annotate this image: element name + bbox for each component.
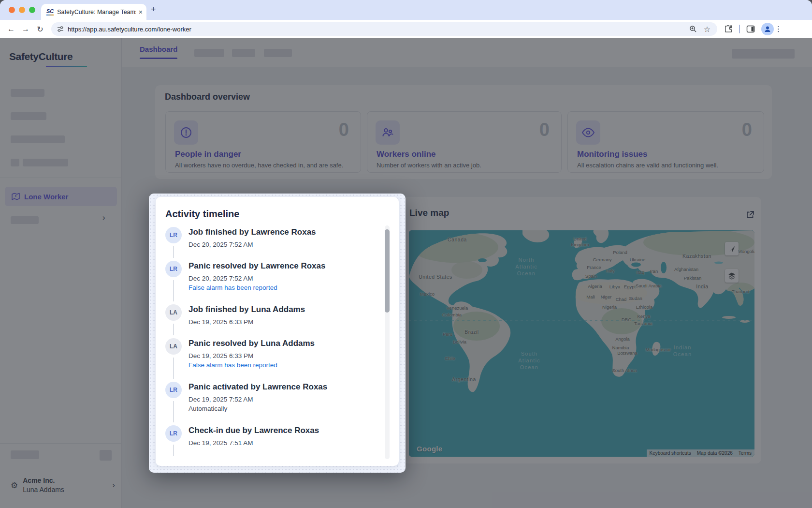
toolbar-divider bbox=[739, 25, 740, 33]
browser-toolbar: ← → ↻ https://app.au.safetyculture.com/l… bbox=[0, 20, 812, 38]
zoom-icon[interactable] bbox=[689, 25, 697, 33]
extensions-icon[interactable] bbox=[724, 25, 733, 33]
window-minimize-button[interactable] bbox=[19, 7, 25, 13]
app-page: SafetyCulture Lone Worker › ⚙ bbox=[0, 38, 812, 508]
window-zoom-button[interactable] bbox=[29, 7, 35, 13]
activity-timeline-list: LR Job finished by Lawrence Roxas Dec 20… bbox=[156, 227, 399, 448]
avatar: LA bbox=[165, 304, 182, 321]
safetyculture-favicon: SC bbox=[46, 9, 54, 15]
entry-title: Job finished by Lawrence Roxas bbox=[188, 227, 377, 238]
new-tab-button[interactable]: + bbox=[151, 4, 156, 15]
avatar: LR bbox=[165, 382, 182, 398]
tab-close-icon[interactable]: × bbox=[139, 8, 143, 16]
activity-timeline-panel: Activity timeline LR Job finished by Law… bbox=[156, 197, 399, 466]
avatar: LR bbox=[165, 227, 182, 243]
side-panel-icon[interactable] bbox=[746, 25, 755, 33]
activity-timeline-title: Activity timeline bbox=[156, 197, 399, 220]
url-text[interactable]: https://app.au.safetyculture.com/lone-wo… bbox=[68, 26, 689, 33]
tour-dim-overlay bbox=[0, 38, 812, 508]
entry-timestamp: Dec 19, 2025 6:33 PM bbox=[188, 352, 377, 360]
timeline-scrollbar-thumb[interactable] bbox=[385, 229, 390, 313]
reload-button[interactable]: ↻ bbox=[33, 25, 47, 34]
entry-note: Automatically bbox=[188, 404, 377, 414]
timeline-entry: LR Panic activated by Lawrence Roxas Dec… bbox=[165, 382, 377, 414]
browser-menu-icon[interactable]: ⋮ bbox=[775, 25, 782, 33]
timeline-entry: LA Job finished by Luna Addams Dec 19, 2… bbox=[165, 304, 377, 327]
timeline-entry: LA Panic resolved by Luna Addams Dec 19,… bbox=[165, 338, 377, 370]
entry-title: Panic resolved by Luna Addams bbox=[188, 338, 377, 349]
timeline-scrollbar[interactable] bbox=[385, 225, 390, 459]
entry-link[interactable]: False alarm has been reported bbox=[188, 360, 377, 370]
profile-avatar[interactable] bbox=[761, 23, 774, 35]
timeline-entry: LR Check-in due by Lawrence Roxas Dec 19… bbox=[165, 425, 377, 448]
entry-timestamp: Dec 20, 2025 7:52 AM bbox=[188, 274, 377, 283]
tour-spotlight: Activity timeline LR Job finished by Law… bbox=[149, 194, 406, 473]
entry-timestamp: Dec 19, 2025 7:52 AM bbox=[188, 395, 377, 404]
tab-strip: SC SafetyCulture: Manage Teams and... × … bbox=[0, 0, 812, 20]
avatar: LA bbox=[165, 338, 182, 355]
address-bar[interactable]: https://app.au.safetyculture.com/lone-wo… bbox=[51, 22, 717, 36]
browser-window: SC SafetyCulture: Manage Teams and... × … bbox=[0, 0, 812, 508]
avatar: LR bbox=[165, 261, 182, 277]
timeline-entry: LR Job finished by Lawrence Roxas Dec 20… bbox=[165, 227, 377, 249]
site-settings-icon[interactable] bbox=[57, 26, 64, 32]
window-close-button[interactable] bbox=[9, 7, 15, 13]
forward-button[interactable]: → bbox=[18, 25, 33, 33]
browser-tab[interactable]: SC SafetyCulture: Manage Teams and... × bbox=[41, 4, 146, 20]
tab-title: SafetyCulture: Manage Teams and... bbox=[57, 9, 136, 15]
entry-link[interactable]: False alarm has been reported bbox=[188, 283, 377, 293]
back-button[interactable]: ← bbox=[4, 25, 18, 33]
entry-title: Check-in due by Lawrence Roxas bbox=[188, 425, 377, 436]
bookmark-star-icon[interactable]: ☆ bbox=[704, 25, 710, 34]
entry-timestamp: Dec 19, 2025 6:33 PM bbox=[188, 318, 377, 327]
timeline-entry: LR Panic resolved by Lawrence Roxas Dec … bbox=[165, 261, 377, 293]
entry-title: Panic resolved by Lawrence Roxas bbox=[188, 261, 377, 271]
entry-timestamp: Dec 20, 2025 7:52 AM bbox=[188, 240, 377, 249]
entry-title: Panic activated by Lawrence Roxas bbox=[188, 382, 377, 392]
avatar: LR bbox=[165, 425, 182, 442]
entry-title: Job finished by Luna Addams bbox=[188, 304, 377, 315]
entry-timestamp: Dec 19, 2025 7:51 AM bbox=[188, 439, 377, 448]
